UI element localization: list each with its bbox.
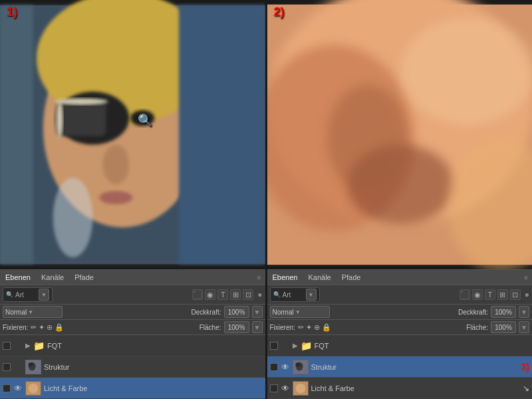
blend-mode-value-left: Normal <box>5 309 27 316</box>
filter-row-right: 🔍 Art ▼ ⬛ ◉ T ⊞ ⊡ ● <box>267 285 533 305</box>
layer-row-fqt-right[interactable]: 👁 ▶ 📁 FQT <box>267 335 533 356</box>
panel-left: 1) <box>0 0 265 399</box>
svg-point-25 <box>327 84 407 192</box>
cursor-indicator: ↘ <box>523 384 529 393</box>
fix-row-right: Fixieren: ✏ ✦ ⊕ 🔒 Fläche: 100% ▼ <box>267 320 533 335</box>
flaeche-dropdown-right[interactable]: ▼ <box>519 321 529 333</box>
layer-name-licht-right: Licht & Farbe <box>311 384 521 392</box>
group-arrow-fqt-left[interactable]: ▶ <box>25 342 31 349</box>
search-box-right[interactable]: 🔍 Art ▼ <box>270 287 320 302</box>
layers-panel-right: Ebenen Kanäle Pfade ≡ 🔍 Art ▼ ⬛ ◉ T ⊞ ⊡ <box>267 269 533 399</box>
opacity-dropdown-right[interactable]: ▼ <box>519 306 529 318</box>
flaeche-value-left[interactable]: 100% <box>224 321 249 333</box>
filter-row-left: 🔍 Art ▼ ⬛ ◉ T ⊞ ⊡ ● <box>0 285 265 305</box>
tab-kanaele-left[interactable]: Kanäle <box>40 273 65 282</box>
layer-checkbox-licht-left[interactable] <box>3 384 11 392</box>
layer-row-struktur-left[interactable]: 👁 Struktur <box>0 356 265 378</box>
search-text-right: Art <box>283 291 291 299</box>
layer-checkbox-struktur-right[interactable] <box>270 363 278 371</box>
opacity-value-right[interactable]: 100% <box>491 306 516 318</box>
blend-mode-dropdown-left[interactable]: Normal ▼ <box>3 306 63 318</box>
opacity-dropdown-left[interactable]: ▼ <box>252 306 263 318</box>
filter-icon-text[interactable]: T <box>217 289 228 300</box>
search-box-left[interactable]: 🔍 Art ▼ <box>3 287 53 302</box>
filter-icon-smart-right[interactable]: ⊡ <box>510 289 521 300</box>
left-image-svg <box>0 0 265 269</box>
visibility-eye-licht-left[interactable]: 👁 <box>13 384 23 393</box>
filter-icon-shape[interactable]: ⊞ <box>230 289 241 300</box>
flaeche-label-left: Fläche: <box>200 324 221 331</box>
visibility-eye-struktur-right[interactable]: 👁 <box>281 362 290 372</box>
tab-kanaele-right[interactable]: Kanäle <box>307 273 332 282</box>
layer-checkbox-fqt-left[interactable] <box>3 342 11 350</box>
svg-rect-5 <box>57 102 106 136</box>
filter-toggle-right[interactable]: ● <box>525 290 529 299</box>
filter-icon-adjust-right[interactable]: ◉ <box>472 289 483 300</box>
tab-ebenen-left[interactable]: Ebenen <box>4 273 32 282</box>
blend-mode-arrow-right: ▼ <box>295 309 301 315</box>
fix-icon-link-left[interactable]: ⊕ <box>47 323 53 332</box>
layers-header-left: Ebenen Kanäle Pfade ≡ <box>0 270 265 285</box>
group-arrow-fqt-right[interactable]: ▶ <box>293 342 298 349</box>
filter-icon-adjust[interactable]: ◉ <box>205 289 215 300</box>
layer-checkbox-licht-right[interactable] <box>270 384 278 392</box>
fix-icon-lock-left[interactable]: 🔒 <box>55 323 64 332</box>
layer-row-licht-right[interactable]: 👁 Licht & Farbe ↘ <box>267 378 533 399</box>
filter-icon-smart[interactable]: ⊡ <box>243 289 253 300</box>
right-image-svg <box>267 0 533 269</box>
layer-name-struktur-right: Struktur <box>311 363 516 371</box>
tab-pfade-right[interactable]: Pfade <box>340 273 362 282</box>
fix-icon-pen-right[interactable]: ✏ <box>298 323 304 332</box>
svg-point-18 <box>29 383 39 393</box>
tab-ebenen-right[interactable]: Ebenen <box>271 273 299 282</box>
flaeche-dropdown-left[interactable]: ▼ <box>252 321 263 333</box>
fix-label-right: Fixieren: <box>270 324 295 331</box>
fix-row-left: Fixieren: ✏ ✦ ⊕ 🔒 Fläche: 100% ▼ <box>0 320 265 335</box>
filter-icon-shape-right[interactable]: ⊞ <box>497 289 508 300</box>
blend-mode-value-right: Normal <box>273 309 294 316</box>
layer-row-licht-left[interactable]: 👁 Licht & Farbe <box>0 378 265 399</box>
layer-row-struktur-right[interactable]: 👁 Struktur 3) <box>267 356 533 378</box>
visibility-eye-fqt-left[interactable]: 👁 <box>13 341 23 350</box>
filter-toggle-left[interactable]: ● <box>257 290 262 299</box>
search-icon-right: 🔍 <box>273 291 281 298</box>
opacity-label-right: Deckkraft: <box>458 309 488 316</box>
layer-row-fqt-left[interactable]: 👁 ▶ 📁 FQT <box>0 335 265 356</box>
tab-pfade-left[interactable]: Pfade <box>73 273 95 282</box>
fix-icon-move-left[interactable]: ✦ <box>39 323 45 332</box>
svg-point-9 <box>99 191 132 204</box>
svg-point-6 <box>55 98 108 105</box>
fix-label-left: Fixieren: <box>3 324 28 331</box>
blend-mode-dropdown-right[interactable]: Normal ▼ <box>270 306 330 318</box>
filter-icon-text-right[interactable]: T <box>485 289 495 300</box>
search-dropdown-left[interactable]: ▼ <box>39 289 49 301</box>
fix-icon-link-right[interactable]: ⊕ <box>314 323 320 332</box>
layer-name-licht-left: Licht & Farbe <box>44 384 263 392</box>
opacity-value-left[interactable]: 100% <box>224 306 249 318</box>
filter-icon-pixel-right[interactable]: ⬛ <box>460 289 470 300</box>
search-dropdown-right[interactable]: ▼ <box>306 289 317 301</box>
drag-handle-left: ≡ <box>257 274 261 281</box>
image-area-left: 1) <box>0 0 265 269</box>
layers-header-right: Ebenen Kanäle Pfade ≡ <box>267 270 533 285</box>
svg-point-32 <box>295 383 305 393</box>
svg-rect-16 <box>29 362 33 366</box>
layer-checkbox-fqt-right[interactable] <box>270 342 278 350</box>
panel-label-1: 1) <box>7 5 17 19</box>
svg-rect-11 <box>179 5 265 264</box>
fix-icon-pen-left[interactable]: ✏ <box>31 323 37 332</box>
search-icon-left: 🔍 <box>6 291 13 298</box>
fix-icon-lock-right[interactable]: 🔒 <box>322 323 331 332</box>
folder-icon-fqt-left: 📁 <box>33 340 45 351</box>
panel-label-2: 2) <box>274 5 285 19</box>
fix-icon-move-right[interactable]: ✦ <box>306 323 312 332</box>
flaeche-value-right[interactable]: 100% <box>491 321 516 333</box>
svg-point-8 <box>102 144 129 184</box>
filter-icon-pixel[interactable]: ⬛ <box>192 289 203 300</box>
visibility-eye-licht-right[interactable]: 👁 <box>281 384 290 393</box>
opacity-label-left: Deckkraft: <box>191 309 221 316</box>
layer-thumb-struktur-right <box>293 360 309 374</box>
visibility-eye-struktur-left[interactable]: 👁 <box>13 362 23 372</box>
visibility-eye-fqt-right[interactable]: 👁 <box>281 341 290 350</box>
layer-checkbox-struktur-left[interactable] <box>3 363 11 371</box>
